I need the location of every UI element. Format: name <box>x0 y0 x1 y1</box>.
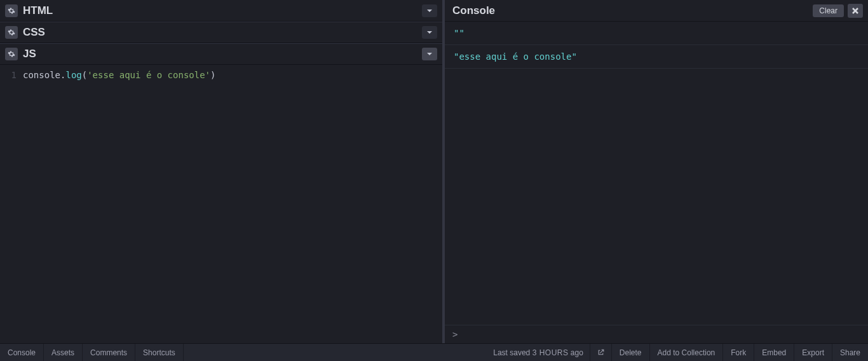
footer-fork[interactable]: Fork <box>722 344 754 361</box>
footer-bar: Console Assets Comments Shortcuts Last s… <box>0 343 868 361</box>
html-panel-header: HTML <box>0 0 442 22</box>
gear-icon[interactable] <box>5 26 18 39</box>
footer-share[interactable]: Share <box>832 344 868 361</box>
close-icon[interactable] <box>848 4 863 18</box>
console-output: "" "esse aqui é o console" <box>445 22 868 325</box>
footer-assets[interactable]: Assets <box>44 344 83 361</box>
chevron-down-icon[interactable] <box>422 26 437 39</box>
code-content: console.log('esse aqui é o console') <box>23 69 442 343</box>
gear-icon[interactable] <box>5 4 18 17</box>
chevron-down-icon[interactable] <box>422 48 437 60</box>
external-link-icon[interactable] <box>590 344 611 361</box>
css-panel-title: CSS <box>23 26 417 39</box>
console-header: Console Clear <box>445 0 868 22</box>
console-log-row: "esse aqui é o console" <box>445 45 868 69</box>
css-panel-header: CSS <box>0 22 442 43</box>
console-log-row: "" <box>445 22 868 45</box>
chevron-down-icon[interactable] <box>422 4 437 17</box>
console-title: Console <box>452 4 809 17</box>
last-saved-text: Last saved 3 HOURS ago <box>493 348 583 357</box>
console-prompt: > <box>452 329 458 339</box>
console-panel: Console Clear "" "esse aqui é o console"… <box>445 0 868 343</box>
html-panel-title: HTML <box>23 4 417 17</box>
footer-embed[interactable]: Embed <box>754 344 794 361</box>
line-number: 1 <box>0 69 23 343</box>
editor-panels: HTML CSS JS 1 conso <box>0 0 445 343</box>
footer-console[interactable]: Console <box>0 344 44 361</box>
footer-comments[interactable]: Comments <box>83 344 135 361</box>
footer-shortcuts[interactable]: Shortcuts <box>135 344 184 361</box>
clear-button[interactable]: Clear <box>813 4 844 17</box>
gear-icon[interactable] <box>5 48 18 60</box>
js-panel-title: JS <box>23 48 417 60</box>
footer-delete[interactable]: Delete <box>611 344 649 361</box>
js-panel-header: JS <box>0 43 442 65</box>
console-input[interactable]: > <box>445 325 868 343</box>
js-editor[interactable]: 1 console.log('esse aqui é o console') <box>0 65 442 343</box>
footer-add-collection[interactable]: Add to Collection <box>649 344 723 361</box>
footer-export[interactable]: Export <box>794 344 832 361</box>
